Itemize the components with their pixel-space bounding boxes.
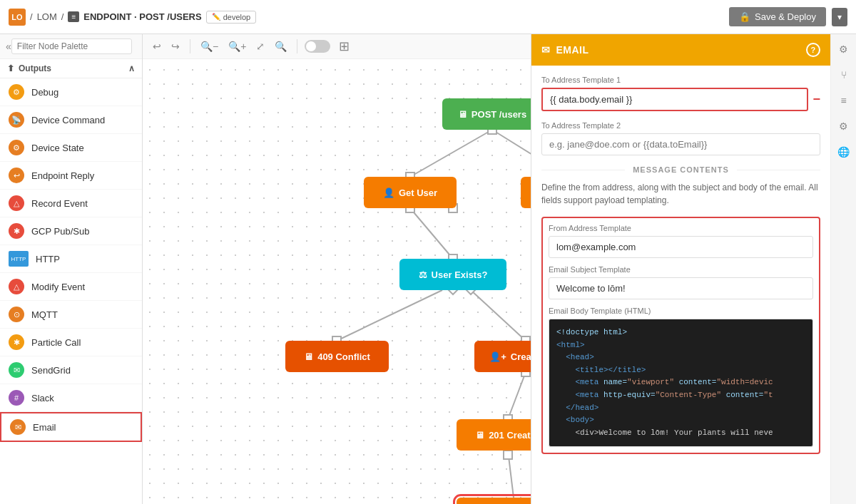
sidebar-item-label: Device State (31, 143, 84, 153)
device-command-icon: 📡 (9, 112, 24, 128)
mqtt-icon: ⊙ (9, 307, 24, 322)
svg-line-5 (508, 372, 526, 419)
create-user-label: Create User (511, 351, 531, 362)
code-line-8: <body> (556, 414, 805, 427)
sidebar-item-label: Record Event (31, 198, 88, 209)
toolbar-separator-1 (190, 39, 190, 53)
settings-icon[interactable]: ⚙ (836, 41, 852, 57)
to-address-1-group: To Address Template 1 − (541, 76, 820, 111)
remove-to-address-1-button[interactable]: − (812, 92, 820, 107)
sidebar-item-http[interactable]: HTTP HTTP (0, 245, 142, 273)
sidebar-item-sendgrid[interactable]: ✉ SendGrid (0, 356, 142, 384)
panel-help-button[interactable]: ? (806, 43, 820, 57)
branch-badge[interactable]: develop (206, 11, 257, 24)
code-line-3: <head> (556, 351, 805, 364)
created-label: 201 Created (489, 430, 531, 441)
subject-input[interactable] (549, 277, 813, 299)
node-201-created[interactable]: 🖥 201 Created (457, 419, 531, 451)
sidebar-item-particle-call[interactable]: ✱ Particle Call (0, 329, 142, 356)
sidebar-item-device-command[interactable]: 📡 Device Command (0, 106, 142, 134)
zoom-reset-button[interactable]: 🔍 (272, 39, 290, 53)
node-user-exists[interactable]: ⚖ User Exists? (399, 259, 506, 290)
sidebar-item-label: Modify Event (31, 282, 85, 292)
sidebar-collapse-button[interactable]: « (6, 41, 11, 52)
modify-event-icon: △ (9, 279, 24, 294)
panel-header-left: ✉ EMAIL (541, 44, 589, 56)
sidebar-item-modify-event[interactable]: △ Modify Event (0, 273, 142, 301)
http-icon: HTTP (9, 251, 29, 267)
particle-call-icon: ✱ (9, 334, 24, 350)
sidebar-item-record-event[interactable]: △ Record Event (0, 190, 142, 217)
sidebar-item-email[interactable]: ✉ Email (0, 412, 142, 442)
save-deploy-button[interactable]: 🔒 Save & Deploy (729, 7, 826, 26)
code-line-4: <title></title> (556, 364, 805, 377)
sidebar-item-endpoint-reply[interactable]: ↩ Endpoint Reply (0, 162, 142, 190)
user-exists-icon: ⚖ (419, 269, 427, 280)
upload-icon: ⬆ (7, 63, 14, 73)
message-contents-divider: MESSAGE CONTENTS (541, 165, 820, 174)
redo-button[interactable]: ↪ (168, 39, 183, 53)
sidebar-section-outputs: ⬆ Outputs ∧ (0, 59, 142, 78)
endpoint-title: ENDPOINT · POST /USERS (83, 11, 201, 22)
sidebar-item-label: Slack (31, 393, 54, 403)
to-address-1-input[interactable] (541, 88, 808, 111)
svg-line-3 (337, 290, 442, 341)
branch-icon[interactable]: ⑂ (836, 67, 852, 83)
sidebar-item-label: GCP Pub/Sub (31, 226, 89, 237)
toggle-track[interactable] (305, 40, 330, 53)
save-deploy-label: Save & Deploy (755, 11, 816, 22)
sidebar-item-label: Endpoint Reply (31, 170, 94, 181)
zoom-out-button[interactable]: 🔍− (198, 39, 221, 53)
sidebar-item-label: HTTP (36, 254, 60, 264)
sidebar-item-mqtt[interactable]: ⊙ MQTT (0, 301, 142, 329)
app-logo: LO (9, 9, 26, 26)
endpoint-icon: ≡ (68, 11, 79, 22)
post-users-label: POST /users (472, 109, 526, 120)
to-address-1-label: To Address Template 1 (541, 76, 820, 84)
svg-rect-19 (504, 451, 512, 459)
email-panel-icon: ✉ (541, 44, 551, 56)
node-create-user[interactable]: 👤+ Create User (474, 341, 531, 372)
post-users-icon: 🖥 (458, 109, 467, 120)
to-address-2-input[interactable] (541, 133, 820, 155)
from-address-input[interactable] (549, 236, 813, 258)
filter-input[interactable] (11, 38, 132, 54)
panel-title: EMAIL (556, 44, 589, 56)
user-exists-label: User Exists? (432, 269, 488, 280)
sidebar-item-label: Particle Call (31, 337, 81, 348)
toggle-switch[interactable] (305, 40, 330, 53)
add-node-button[interactable]: ⊞ (339, 38, 350, 54)
sidebar-item-device-state[interactable]: ⚙ Device State (0, 134, 142, 162)
globe-icon[interactable]: 🌐 (836, 144, 852, 160)
email-icon: ✉ (10, 419, 26, 435)
sidebar-item-debug[interactable]: ⚙ Debug (0, 78, 142, 106)
layers-icon[interactable]: ≡ (836, 93, 852, 108)
main-layout: « ⬆ Outputs ∧ ⚙ Debug 📡 Device Command ⚙… (0, 34, 856, 504)
body-editor[interactable]: <!doctype html> <html> <head> <title></t… (549, 319, 813, 447)
zoom-in-button[interactable]: 🔍+ (225, 39, 249, 53)
save-deploy-dropdown-button[interactable]: ▾ (832, 8, 847, 26)
node-debug[interactable]: ⚙ Debug (521, 177, 531, 208)
undo-button[interactable]: ↩ (150, 39, 164, 53)
flow-canvas[interactable]: 🖥 POST /users 👤 Get User ⚙ Debug ⚖ User … (143, 63, 531, 504)
node-get-user[interactable]: 👤 Get User (364, 177, 457, 208)
gear-icon[interactable]: ⚙ (836, 118, 852, 134)
svg-line-1 (492, 130, 531, 177)
sidebar-item-slack[interactable]: # Slack (0, 384, 142, 412)
sidebar-toolbar: « (0, 34, 142, 59)
fit-button[interactable]: ⤢ (253, 39, 268, 53)
code-line-2: <html> (556, 339, 805, 352)
debug-icon: ⚙ (9, 84, 24, 100)
node-post-users[interactable]: 🖥 POST /users (442, 98, 531, 130)
toolbar-separator-2 (297, 39, 297, 53)
node-welcome-email[interactable]: ✉ Welcome Email (457, 498, 531, 504)
message-contents-desc: Define the from address, along with the … (541, 181, 820, 207)
sidebar-item-label: SendGrid (31, 365, 71, 376)
sidebar-item-gcp-pubsub[interactable]: ✱ GCP Pub/Sub (0, 217, 142, 245)
sidebar-item-label: Debug (31, 87, 58, 98)
panel-body: To Address Template 1 − To Address Templ… (531, 66, 830, 504)
device-state-icon: ⚙ (9, 140, 24, 155)
section-collapse-icon[interactable]: ∧ (128, 63, 135, 73)
breadcrumb-lom[interactable]: LOM (37, 11, 57, 22)
node-409-conflict[interactable]: 🖥 409 Conflict (285, 341, 389, 372)
